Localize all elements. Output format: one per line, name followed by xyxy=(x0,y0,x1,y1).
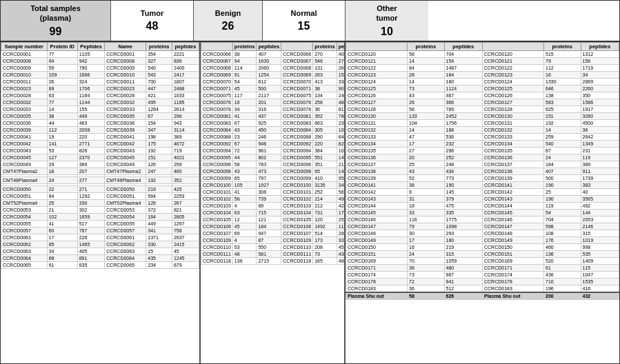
table-cell: CCRCD0134 xyxy=(482,140,543,147)
table-cell: CCRCD0098 xyxy=(201,168,233,174)
table-cell: 330 xyxy=(77,199,104,206)
table-row: CCRCD009472981CCRCD00943841075 xyxy=(201,147,346,154)
table-cell: CCRCD0124 xyxy=(346,78,408,85)
table-cell: 2642 xyxy=(581,133,619,140)
table-cell: 296 xyxy=(172,112,199,119)
table-cell: 1477 xyxy=(337,154,346,161)
table-cell: CCRCD0076 xyxy=(281,99,313,105)
table-row: CCRCD01461161775CCRCD01467042053 xyxy=(346,216,619,223)
table-cell: 457 xyxy=(337,243,346,250)
table-cell: 550 xyxy=(257,243,281,250)
table-row: CCRCD006561835CCRCD0065234679 xyxy=(1,261,199,268)
table-cell: CCRCD0120 xyxy=(482,50,543,57)
table-row: CCRCD00421412771CCRCD00421754672 xyxy=(1,140,199,147)
table-cell: 115 xyxy=(581,264,619,271)
table-row: CCRCD013417232CCRCD01345401349 xyxy=(346,140,619,147)
table-cell: 324 xyxy=(77,78,104,85)
table-cell: 234 xyxy=(146,261,172,268)
table-cell: CCRCD0107 xyxy=(201,230,233,236)
table-cell: CCRCD0008 xyxy=(1,57,48,64)
table-cell: CCRCD0118 xyxy=(201,257,233,264)
table-cell: 196 xyxy=(543,285,581,292)
table-cell: CCRCD0134 xyxy=(346,140,408,147)
table-cell: CCRCD0141 xyxy=(482,181,543,188)
table-cell: 315 xyxy=(444,250,482,257)
table-cell: 1465 xyxy=(77,241,104,247)
table-cell: CCRCD0092 xyxy=(281,140,313,147)
table-cell: 625 xyxy=(543,105,581,112)
table-cell: 296 xyxy=(444,147,482,154)
table-row: CCRCD0069911254CCRCD00692631537 xyxy=(201,71,346,78)
col-header xyxy=(346,42,408,50)
table-cell: 141 xyxy=(47,140,77,147)
table-cell: 252 xyxy=(444,154,482,161)
table-row: CCRCD013347536CCRCD01332592642 xyxy=(346,133,619,140)
table-cell: 15 xyxy=(146,247,172,254)
table-row: CCRCD013214188CCRCD01321436 xyxy=(346,126,619,133)
table-cell: CCRCD0174 xyxy=(346,271,408,278)
table-cell: 36 xyxy=(313,105,337,112)
table-cell: 341 xyxy=(146,227,172,234)
table-cell: 67 xyxy=(232,140,257,147)
total-label: Total samples(plasma) xyxy=(30,3,81,23)
table-cell: CCRCD0065 xyxy=(1,261,48,268)
table-cell: 77 xyxy=(47,99,77,105)
table-cell: 14 xyxy=(408,78,445,85)
table-cell: 219 xyxy=(444,243,482,250)
table-cell: CCRCD0045 xyxy=(1,154,48,161)
table-cell: CCRCD0106 xyxy=(201,223,233,230)
table-row: CCRCD001126324CCRCD00117001807 xyxy=(1,78,199,85)
table-cell: CCRCD0122 xyxy=(346,64,408,71)
table-cell: 354 xyxy=(146,50,172,57)
table-cell: CCRCD0149 xyxy=(346,236,408,243)
table-cell: 2146 xyxy=(581,223,619,230)
table-cell: 65 xyxy=(232,174,257,181)
table-cell: 119 xyxy=(581,154,619,161)
table-cell: 1292 xyxy=(77,192,104,199)
table-row: CCRCD0169701059CCRCD01695201409 xyxy=(346,257,619,264)
table-cell: 38 xyxy=(408,264,445,271)
tumor-cell: Tumor 48 xyxy=(111,1,194,41)
table-cell: 2869 xyxy=(581,78,619,85)
table-cell: CCRCD0118 xyxy=(281,257,313,264)
table-row: CCRCD0023891706CCRCD00234472488 xyxy=(1,85,199,92)
table-cell: 68 xyxy=(47,254,77,261)
table-cell: 494 xyxy=(337,195,346,202)
table-row: CCRCD01311041756CCRCD01311924500 xyxy=(346,119,619,126)
table-cell: 500 xyxy=(257,85,281,92)
table-cell: CCRCD0033 xyxy=(105,105,146,112)
table-cell: 220 xyxy=(313,140,337,147)
table-cell: 36 xyxy=(408,285,445,292)
table-row: CCRCD006117226CCRCD006113712937 xyxy=(1,234,199,241)
footer-cell: 200 xyxy=(543,292,581,300)
table-cell: CCRCD0141 xyxy=(346,181,408,188)
table-cell: 27 xyxy=(408,147,445,154)
table-cell: 91 xyxy=(232,71,257,78)
table-cell: CCRCD0169 xyxy=(346,257,408,264)
table-cell: 4035 xyxy=(337,50,346,57)
table-cell: 1349 xyxy=(581,140,619,147)
table-cell: 463 xyxy=(77,119,104,126)
table-cell: CCRCD0057 xyxy=(1,227,48,234)
table-cell: 449 xyxy=(77,112,104,119)
table-cell: CCRCD0128 xyxy=(482,105,543,112)
table-cell: 911 xyxy=(581,168,619,174)
table-row: CCRCD008443450CCRCD00843051010 xyxy=(201,126,346,133)
table-cell: 1739 xyxy=(581,174,619,181)
table-cell: 1659 xyxy=(77,213,104,220)
data-section: Sample numberProtein IDPeptidesNameprote… xyxy=(1,42,619,363)
table-cell: 41 xyxy=(232,112,257,119)
table-row: CCRCD012114154CCRCD012179156 xyxy=(346,57,619,64)
table-row: CCRCD012414180CCRCD012413302869 xyxy=(346,78,619,85)
table-cell: 679 xyxy=(172,261,199,268)
table-row: CCRCD004353826CCRCD0043192719 xyxy=(1,147,199,154)
table-cell: 514 xyxy=(313,230,337,236)
table-cell: 405 xyxy=(77,247,104,254)
table-cell: 17 xyxy=(47,234,77,241)
table-cell: 1535 xyxy=(581,278,619,285)
table-row: CCRCD003644463CCRCD0036154943 xyxy=(1,119,199,126)
table-cell: 941 xyxy=(444,278,482,285)
table-row: CCRCD003314155CCRCD003312642614 xyxy=(1,105,199,112)
table-cell: 87 xyxy=(543,147,581,154)
table-cell: 105 xyxy=(232,181,257,188)
